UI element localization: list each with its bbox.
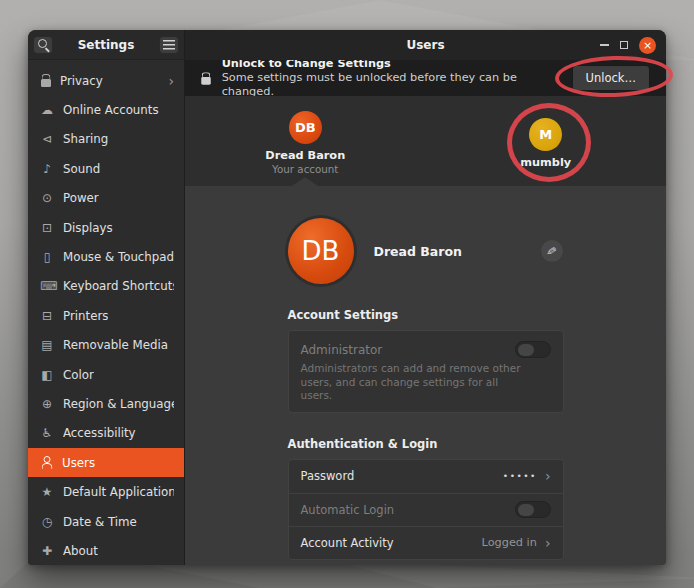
section-account-settings: Account Settings <box>288 308 564 322</box>
account-activity-row[interactable]: Account Activity Logged in › <box>289 526 563 559</box>
sidebar-item-label: Sharing <box>63 132 108 146</box>
sidebar-item-label: Accessibility <box>63 426 136 440</box>
user-name: Dread Baron <box>265 149 345 162</box>
search-icon <box>37 38 50 51</box>
sidebar-item-label: Default Applications <box>63 485 174 499</box>
automatic-login-toggle[interactable] <box>515 501 551 518</box>
display-icon: ⊡ <box>40 221 54 235</box>
color-icon: ◧ <box>40 368 54 382</box>
sound-icon: ♪ <box>40 162 54 176</box>
close-icon[interactable]: × <box>639 37 656 54</box>
chevron-right-icon: › <box>545 536 551 550</box>
page-title: Users <box>185 38 666 52</box>
sidebar-item-label: Printers <box>63 309 108 323</box>
person-icon <box>40 456 53 469</box>
administrator-toggle[interactable] <box>515 341 551 358</box>
sidebar-item-online-accounts[interactable]: ☁Online Accounts <box>28 95 184 124</box>
administrator-row: Administrator Administrators can add and… <box>289 331 563 412</box>
sidebar-item-label: About <box>63 544 98 558</box>
sidebar-item-sound[interactable]: ♪Sound <box>28 154 184 183</box>
settings-window: Settings Privacy›☁Online Accounts⊲Sharin… <box>28 30 666 565</box>
sidebar-item-label: Color <box>63 368 94 382</box>
sidebar: Settings Privacy›☁Online Accounts⊲Sharin… <box>28 30 185 565</box>
power-icon: ⊙ <box>40 191 54 205</box>
profile-avatar[interactable]: DB <box>288 218 354 284</box>
search-button[interactable] <box>33 36 53 54</box>
sidebar-item-power[interactable]: ⊙Power <box>28 184 184 213</box>
account-settings-card: Administrator Administrators can add and… <box>288 330 564 413</box>
password-row[interactable]: Password ••••• › <box>289 460 563 493</box>
sidebar-item-label: Online Accounts <box>63 103 159 117</box>
account-activity-label: Account Activity <box>301 536 394 550</box>
sidebar-item-label: Region & Language <box>63 397 174 411</box>
sidebar-item-label: Removable Media <box>63 338 168 352</box>
avatar-initials: DB <box>302 236 340 266</box>
clock-icon: ◷ <box>40 515 54 529</box>
sidebar-item-label: Users <box>62 456 95 470</box>
keyboard-icon: ⌨ <box>40 279 54 293</box>
sidebar-item-label: Sound <box>63 162 100 176</box>
section-authentication-login: Authentication & Login <box>288 437 564 451</box>
sidebar-item-default-applications[interactable]: ★Default Applications <box>28 477 184 506</box>
printer-icon: ⊟ <box>40 309 54 323</box>
sidebar-item-color[interactable]: ◧Color <box>28 360 184 389</box>
chevron-right-icon: › <box>545 469 551 483</box>
chevron-right-icon: › <box>168 74 174 88</box>
administrator-label: Administrator <box>301 343 383 357</box>
sidebar-item-label: Power <box>63 191 99 205</box>
maximize-icon[interactable] <box>620 41 628 49</box>
mouse-icon: ▯ <box>40 250 54 264</box>
carousel-user-dread-baron[interactable]: DB Dread Baron Your account <box>185 96 426 186</box>
window-controls: × <box>600 37 656 54</box>
pencil-icon <box>546 244 556 258</box>
sidebar-item-privacy[interactable]: Privacy› <box>28 66 184 95</box>
administrator-description: Administrators can add and remove other … <box>301 362 531 403</box>
avatar-initials: M <box>539 127 552 142</box>
avatar: DB <box>289 111 322 144</box>
sidebar-item-sharing[interactable]: ⊲Sharing <box>28 125 184 154</box>
about-icon: ✚ <box>40 544 54 558</box>
sidebar-item-keyboard-shortcuts[interactable]: ⌨Keyboard Shortcuts <box>28 272 184 301</box>
user-details: DB Dread Baron Account Settings Administ… <box>185 186 666 565</box>
sidebar-item-label: Date & Time <box>63 515 137 529</box>
sidebar-item-label: Privacy <box>60 74 103 88</box>
sidebar-item-label: Mouse & Touchpad <box>63 250 174 264</box>
globe-icon: ⊕ <box>40 397 54 411</box>
user-carousel: DB Dread Baron Your account M mumbly <box>185 96 666 186</box>
profile-name: Dread Baron <box>374 244 462 259</box>
sidebar-item-label: Displays <box>63 221 113 235</box>
sidebar-item-removable-media[interactable]: ▤Removable Media <box>28 331 184 360</box>
unlock-banner: Unlock to Change Settings Some settings … <box>185 60 666 96</box>
hamburger-icon <box>163 40 175 50</box>
headerbar: Users × <box>185 30 666 60</box>
sidebar-item-region-language[interactable]: ⊕Region & Language <box>28 389 184 418</box>
menu-button[interactable] <box>159 36 179 54</box>
sidebar-item-mouse-touchpad[interactable]: ▯Mouse & Touchpad <box>28 242 184 271</box>
selected-user-pointer <box>292 177 318 186</box>
cloud-icon: ☁ <box>40 103 54 117</box>
automatic-login-label: Automatic Login <box>301 503 395 517</box>
sidebar-nav: Privacy›☁Online Accounts⊲Sharing♪Sound⊙P… <box>28 60 184 565</box>
unlock-button[interactable]: Unlock… <box>572 65 650 91</box>
carousel-user-mumbly[interactable]: M mumbly <box>426 96 667 186</box>
profile-row: DB Dread Baron <box>288 218 564 284</box>
share-icon: ⊲ <box>40 132 54 146</box>
user-subtitle: Your account <box>272 163 338 175</box>
sidebar-item-users[interactable]: Users <box>28 448 184 477</box>
automatic-login-row: Automatic Login <box>289 493 563 526</box>
sidebar-item-accessibility[interactable]: ♿Accessibility <box>28 419 184 448</box>
account-activity-value: Logged in <box>482 536 537 549</box>
unlock-banner-subtitle: Some settings must be unlocked before th… <box>222 71 562 99</box>
avatar-initials: DB <box>295 120 316 135</box>
rename-button[interactable] <box>540 239 564 263</box>
unlock-banner-text: Unlock to Change Settings Some settings … <box>222 57 562 99</box>
password-value: ••••• <box>503 471 537 481</box>
lock-icon <box>40 74 51 87</box>
sidebar-item-about[interactable]: ✚About <box>28 536 184 565</box>
sidebar-item-printers[interactable]: ⊟Printers <box>28 301 184 330</box>
sidebar-item-displays[interactable]: ⊡Displays <box>28 213 184 242</box>
authentication-card: Password ••••• › Automatic Login Acco <box>288 459 564 560</box>
sidebar-item-date-time[interactable]: ◷Date & Time <box>28 507 184 536</box>
minimize-icon[interactable] <box>600 44 609 46</box>
avatar: M <box>529 118 562 151</box>
